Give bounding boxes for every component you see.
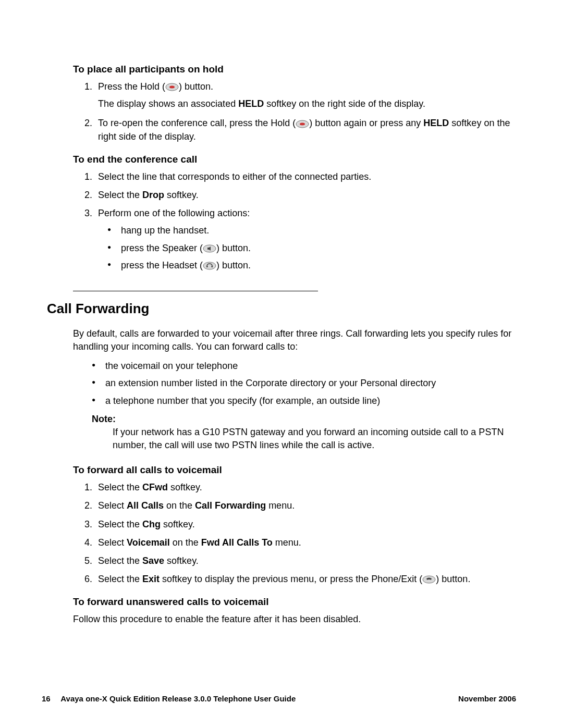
text: Exit (142, 574, 160, 584)
text: Select the (98, 482, 142, 492)
note: Note: If your network has a G10 PSTN gat… (92, 414, 516, 452)
headset-icon (203, 262, 216, 270)
text: To re-open the conference call, press th… (98, 118, 296, 128)
text: ) button. (216, 260, 251, 270)
heading-fwd-un: To forward unanswered calls to voicemail (73, 596, 516, 608)
heading-hold: To place all participants on hold (73, 64, 516, 75)
note-text: If your network has a G10 PSTN gateway a… (113, 426, 516, 452)
list-item: press the Speaker () button. (107, 242, 516, 255)
text: ) button. (179, 81, 213, 92)
text: press the Speaker ( (121, 243, 203, 253)
text: Perform one of the following actions: (98, 208, 250, 218)
list-item: Select the line that corresponds to eith… (95, 170, 516, 183)
text: HELD (238, 98, 264, 109)
text: Press the Hold ( (98, 81, 165, 92)
list-item: Select the Exit softkey to display the p… (95, 573, 516, 586)
text: Select the (98, 574, 142, 584)
text: softkey. (164, 556, 199, 566)
page-number: 16 (42, 694, 51, 703)
phone-exit-icon (422, 575, 436, 584)
text: softkey. (164, 190, 199, 200)
note-label: Note: (92, 414, 516, 425)
steps-fwd-all: Select the CFwd softkey. Select All Call… (78, 481, 516, 586)
text: Select (98, 537, 127, 548)
page-footer: 16 Avaya one-X Quick Edition Release 3.0… (42, 694, 516, 703)
text: ) button again or press any (309, 118, 423, 128)
divider (73, 291, 318, 291)
doc-title: Avaya one-X Quick Edition Release 3.0.0 … (60, 694, 296, 703)
text: press the Headset ( (121, 260, 203, 270)
hold-icon (165, 83, 179, 91)
list-item: Select Voicemail on the Fwd All Calls To… (95, 536, 516, 549)
text: Voicemail (127, 537, 170, 548)
hold-icon (296, 120, 309, 128)
text: Select (98, 500, 127, 511)
list-item: the voicemail on your telephone (92, 360, 516, 373)
text: ) button. (216, 243, 251, 253)
svg-rect-6 (206, 266, 208, 267)
list-item: To re-open the conference call, press th… (95, 117, 516, 143)
list-item: Select the Save softkey. (95, 554, 516, 567)
list-item: Press the Hold () button. The display sh… (95, 80, 516, 110)
footer-right: November 2006 (458, 694, 516, 703)
forward-targets: the voicemail on your telephone an exten… (92, 360, 516, 408)
text: Select the (98, 190, 142, 200)
text: Select the (98, 556, 142, 566)
text: Save (142, 556, 164, 566)
heading-end: To end the conference call (73, 154, 516, 165)
text: Call Forwarding (195, 500, 266, 511)
text: Select the (98, 519, 142, 529)
list-item: hang up the handset. (107, 224, 516, 237)
text: The display shows an associated HELD sof… (98, 97, 516, 110)
paragraph: By default, calls are forwarded to your … (73, 327, 516, 353)
text: ) button. (436, 574, 470, 584)
svg-point-3 (300, 122, 305, 125)
text: on the (164, 500, 195, 511)
text: The display shows an associated (98, 98, 238, 109)
text: menu. (273, 537, 301, 548)
speaker-icon (203, 244, 216, 253)
text: Fwd All Calls To (201, 537, 273, 548)
text: softkey. (161, 519, 195, 529)
svg-point-5 (203, 262, 216, 269)
section-title: Call Forwarding (47, 301, 516, 317)
list-item: Select All Calls on the Call Forwarding … (95, 499, 516, 512)
text: softkey. (168, 482, 202, 492)
footer-left: 16 Avaya one-X Quick Edition Release 3.0… (42, 694, 296, 703)
text: Chg (142, 519, 161, 529)
text: softkey on the right side of the display… (264, 98, 425, 109)
heading-fwd-all: To forward all calls to voicemail (73, 464, 516, 476)
list-item: a telephone number that you specify (for… (92, 394, 516, 408)
list-item: Perform one of the following actions: ha… (95, 207, 516, 272)
document-page: To place all participants on hold Press … (0, 0, 563, 728)
list-item: press the Headset () button. (107, 259, 516, 272)
text: All Calls (127, 500, 164, 511)
text: menu. (266, 500, 295, 511)
steps-hold: Press the Hold () button. The display sh… (78, 80, 516, 143)
text: on the (170, 537, 201, 548)
list-item: Select the Drop softkey. (95, 189, 516, 202)
text: softkey to display the previous menu, or… (160, 574, 422, 584)
list-item: an extension number listed in the Corpor… (92, 377, 516, 390)
list-item: Select the CFwd softkey. (95, 481, 516, 494)
svg-rect-7 (212, 266, 213, 267)
list-item: Select the Chg softkey. (95, 518, 516, 531)
text: HELD (423, 118, 449, 128)
text: Drop (142, 190, 164, 200)
text: CFwd (142, 482, 168, 492)
sub-bullets: hang up the handset. press the Speaker (… (107, 224, 516, 272)
svg-point-1 (169, 86, 175, 89)
steps-end: Select the line that corresponds to eith… (78, 170, 516, 272)
paragraph: Follow this procedure to enable the feat… (73, 613, 516, 626)
